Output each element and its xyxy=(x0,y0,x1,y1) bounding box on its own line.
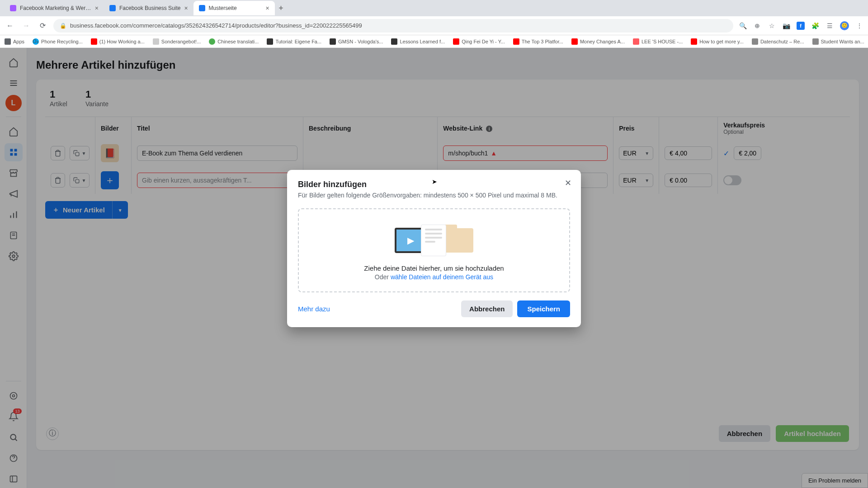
new-tab-button[interactable]: + xyxy=(275,4,288,13)
modal-save-button[interactable]: Speichern xyxy=(517,300,570,317)
browser-tab[interactable]: Facebook Business Suite × xyxy=(104,1,193,15)
browser-tab[interactable]: Facebook Marketing & Werbea... × xyxy=(5,1,104,15)
bookmark-item[interactable]: (1) How Working a... xyxy=(91,38,145,45)
bookmark-item[interactable]: The Top 3 Platfor... xyxy=(513,38,563,45)
dropzone-illustration: ▶ xyxy=(308,223,560,258)
addr-icons: 🔍 ⊕ ☆ 📷 f 🧩 ☰ 🙂 ⋮ xyxy=(739,21,863,30)
bookmark-item[interactable]: Money Changes A... xyxy=(571,38,625,45)
bookmark-item[interactable]: Lessons Learned f... xyxy=(391,38,445,45)
bookmark-item[interactable]: Sonderangebot!... xyxy=(153,38,201,45)
close-icon[interactable]: × xyxy=(265,5,269,12)
document-illustration-icon xyxy=(421,225,446,256)
favicon-icon xyxy=(10,5,16,11)
cursor-icon: ➤ xyxy=(432,178,437,185)
bookmark-item[interactable]: Student Wants an... xyxy=(812,38,864,45)
modal-close-button[interactable]: ✕ xyxy=(561,176,575,190)
modal-subtitle: Für Bilder gelten folgende Größenvorgabe… xyxy=(298,191,570,200)
bookmark-item[interactable]: Tutorial: Eigene Fa... xyxy=(267,38,321,45)
url-field[interactable]: 🔒 business.facebook.com/commerce/catalog… xyxy=(53,19,733,33)
tab-title: Musterseite xyxy=(209,5,262,11)
star-icon[interactable]: ☆ xyxy=(768,22,776,30)
browser-tab-active[interactable]: Musterseite × xyxy=(193,1,275,15)
learn-more-link[interactable]: Mehr dazu xyxy=(298,305,330,313)
puzzle-icon[interactable]: 🧩 xyxy=(811,22,819,30)
list-icon[interactable]: ☰ xyxy=(826,22,834,30)
app: L 13 Mehrere Artikel hinzufügen 1 Artike… xyxy=(0,48,868,488)
add-images-modal: ✕ Bilder hinzufügen Für Bilder gelten fo… xyxy=(287,170,581,327)
zoom-icon[interactable]: 🔍 xyxy=(739,22,747,30)
modal-footer: Mehr dazu Abbrechen Speichern xyxy=(298,300,570,317)
translate-icon[interactable]: ⊕ xyxy=(753,22,761,30)
bookmark-item[interactable]: GMSN - Vologda's... xyxy=(330,38,383,45)
tab-bar: Facebook Marketing & Werbea... × Faceboo… xyxy=(0,0,868,16)
tab-title: Facebook Marketing & Werbea... xyxy=(20,5,91,11)
bookmark-item[interactable]: O₂Phone Recycling... xyxy=(33,38,83,45)
apps-button[interactable]: Apps xyxy=(5,38,24,45)
dropzone-subtext: Oder wähle Dateien auf deinem Gerät aus xyxy=(308,273,560,281)
menu-icon[interactable]: ⋮ xyxy=(855,22,863,30)
lock-icon: 🔒 xyxy=(60,23,66,29)
favicon-icon xyxy=(199,5,205,11)
dropzone-text: Ziehe deine Datei hierher, um sie hochzu… xyxy=(308,264,560,272)
modal-overlay[interactable]: ✕ Bilder hinzufügen Für Bilder gelten fo… xyxy=(0,48,868,488)
tab-title: Facebook Business Suite xyxy=(119,5,180,11)
modal-cancel-button[interactable]: Abbrechen xyxy=(461,300,513,317)
bookmark-item[interactable]: How to get more y... xyxy=(691,38,744,45)
profile-avatar[interactable]: 🙂 xyxy=(840,21,849,30)
bookmark-item[interactable]: Qing Fei De Yi - Y... xyxy=(453,38,505,45)
address-bar: ← → ⟳ 🔒 business.facebook.com/commerce/c… xyxy=(0,16,868,35)
forward-button[interactable]: → xyxy=(21,22,32,30)
browser-chrome: Facebook Marketing & Werbea... × Faceboo… xyxy=(0,0,868,35)
bookmark-item[interactable]: Datenschutz – Re... xyxy=(752,38,804,45)
bookmark-item[interactable]: LEE 'S HOUSE -... xyxy=(633,38,683,45)
reload-button[interactable]: ⟳ xyxy=(37,21,48,30)
close-icon[interactable]: × xyxy=(95,5,99,12)
close-icon[interactable]: × xyxy=(184,5,188,12)
bookmark-item[interactable]: Chinese translati... xyxy=(209,38,259,45)
cam-icon[interactable]: 📷 xyxy=(782,22,790,30)
dropzone[interactable]: ▶ Ziehe deine Datei hierher, um sie hoch… xyxy=(298,208,570,292)
url-text: business.facebook.com/commerce/catalogs/… xyxy=(70,22,362,29)
back-button[interactable]: ← xyxy=(5,22,15,30)
favicon-icon xyxy=(109,5,116,11)
bookmarks-bar: Apps O₂Phone Recycling... (1) How Workin… xyxy=(0,35,868,48)
choose-files-link[interactable]: wähle Dateien auf deinem Gerät aus xyxy=(391,273,493,281)
fb-extension-icon[interactable]: f xyxy=(797,22,805,30)
